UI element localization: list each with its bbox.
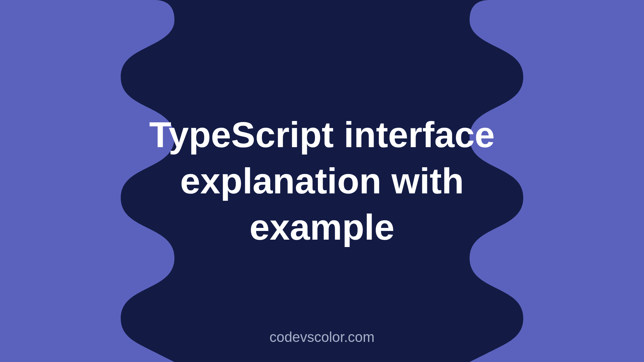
- content-area: TypeScript interface explanation with ex…: [0, 0, 644, 362]
- footer-text: codevscolor.com: [0, 329, 644, 345]
- page-title: TypeScript interface explanation with ex…: [138, 112, 506, 251]
